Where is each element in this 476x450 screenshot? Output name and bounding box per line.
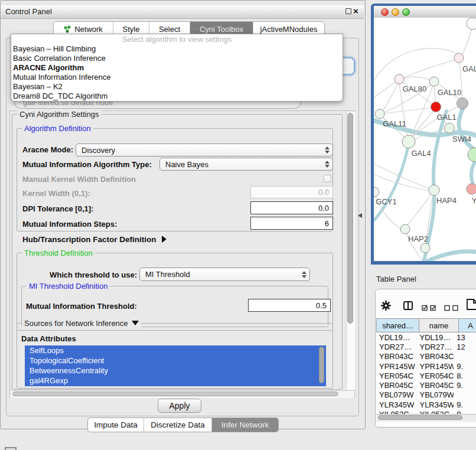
tab-discretize-data[interactable]: Discretize Data [144,418,211,432]
algorithm-option[interactable]: Dream8 DC_TDC Algorithm [11,92,343,101]
algorithm-definition-title: Algorithm Definition [22,124,93,133]
table-cell: 8. [454,371,476,380]
network-node-label: GAL11 [383,119,406,128]
dpi-tolerance-field[interactable]: 0.0 [250,201,333,214]
data-attribute-item[interactable]: BetweennessCentrality [25,366,326,376]
network-node[interactable] [457,98,468,109]
tab-label: Impute Data [94,420,138,429]
minimized-panel-icon[interactable] [5,447,17,450]
table-cell: YBR045C [376,381,416,390]
tab-impute-data[interactable]: Impute Data [88,418,144,432]
network-node-hap2[interactable] [400,224,410,234]
sources-title-text: Sources for Network Inference [24,319,128,328]
bottom-tabbar: Impute Data Discretize Data Infer Networ… [87,418,279,432]
hub-definition-expander[interactable]: Hub/Transcription Factor Definition [22,235,167,244]
table-cell: YLR345W [416,400,454,409]
network-node-hap4[interactable] [429,185,439,195]
table-cell: YDR27… [376,343,416,351]
table-cell: 9 [454,410,476,414]
manual-kernel-checkbox[interactable] [324,175,331,182]
network-node-gal80[interactable] [395,74,404,84]
threshold-definition-title: Threshold Definition [22,249,95,257]
minimize-traffic-light[interactable] [392,8,399,16]
mi-type-value: Naive Bayes [160,160,322,169]
mi-steps-field[interactable]: 6 [250,217,333,230]
table-row[interactable]: YPR145WYPR145W9. [376,361,476,371]
table-row[interactable]: YDL19…YDL19…13 [376,332,476,342]
network-canvas-svg: GALGAL80GAL10GAL1GAL11SWI4GAL4GCY1HAP4YH… [374,18,476,261]
network-node-label: HAP2 [408,234,428,243]
close-traffic-light[interactable] [381,8,389,16]
stepper-icon [299,271,309,278]
network-node[interactable] [468,148,476,162]
document-icon[interactable] [466,298,476,310]
column-header[interactable]: shared… [376,318,419,332]
network-window-titlebar[interactable] [374,6,476,18]
cyni-algorithm-settings-title: Cyni Algorithm Settings [17,110,101,119]
network-node-gal10[interactable] [429,77,439,86]
network-node-y[interactable] [467,184,476,194]
table-cell: YLR345W [376,400,416,409]
table-cell: YBL079W [416,390,454,399]
deselect-all-checkboxes-icon[interactable] [444,303,459,314]
sources-title[interactable]: Sources for Network Inference [22,319,141,328]
data-attribute-item[interactable]: SelfLoops [25,345,326,356]
mi-type-combobox[interactable]: Naive Bayes [159,158,333,171]
vertical-scrollbar-thumb[interactable] [347,113,353,324]
table-row[interactable]: YBR043CYBR043C [376,352,476,361]
table-cell: 9. [454,381,476,390]
mi-threshold-field[interactable]: 0.5 [248,299,331,312]
network-node-swi4[interactable] [445,123,455,133]
algorithm-option[interactable]: Bayesian – K2 [11,82,343,92]
algorithm-option[interactable]: ARACNE Algorithm [11,63,343,73]
aracne-mode-combobox[interactable]: Discovery [76,144,333,156]
table-row[interactable]: YBL079WYBL079W [376,390,476,400]
column-header[interactable]: name [419,318,459,332]
which-threshold-combobox[interactable]: MI Threshold [139,268,310,281]
network-node-gal4[interactable] [402,135,415,148]
column-header[interactable]: A [459,318,476,332]
table-cell: YPR145W [376,362,416,371]
tab-infer-network[interactable]: Infer Network [211,418,278,432]
mi-type-label: Mutual Information Algorithm Type: [22,160,152,169]
table-cell: 13 [454,333,476,342]
network-node-gcy1[interactable] [374,187,379,197]
table-row[interactable]: YBR045CYBR045C9. [376,380,476,390]
table-row[interactable]: YER054CYER054C8. [376,371,476,380]
kernel-width-value: 0.0 [318,188,329,197]
network-node-label: Y [472,196,476,205]
table-row[interactable]: YDR27…YDR27…12 [376,342,476,351]
horizontal-scrollbar-thumb[interactable] [12,392,338,396]
control-panel-titlebar[interactable] [1,5,364,19]
network-node[interactable] [467,18,476,30]
network-node-gal[interactable] [454,53,464,63]
maximize-traffic-light[interactable] [402,8,410,16]
dpi-tolerance-label: DPI Tolerance [0,1]: [22,204,93,213]
network-canvas[interactable]: GALGAL80GAL10GAL1GAL11SWI4GAL4GCY1HAP4YH… [374,18,476,261]
table-horizontal-scrollbar-thumb[interactable] [378,415,462,420]
network-node[interactable] [420,243,430,253]
algorithm-option[interactable]: Mutual Information Inference [11,73,343,82]
settings-gear-icon[interactable] [381,301,391,313]
apply-button[interactable]: Apply [158,399,201,413]
kernel-width-field[interactable]: 0.0 [250,186,333,198]
mi-threshold-definition-title: MI Threshold Definition [27,282,110,291]
network-node-label: GAL1 [436,113,456,122]
select-all-checkboxes-icon[interactable] [422,303,437,314]
table-cell: YER054C [416,371,454,380]
table-row[interactable]: YLR345WYLR345W9. [376,400,476,409]
float-window-icon[interactable] [345,8,351,14]
table-cell: YDR27… [416,343,454,351]
mi-steps-value: 6 [325,219,329,228]
network-node-label: GAL80 [403,84,426,93]
network-node-gal1[interactable] [431,102,441,112]
algorithm-option[interactable]: Bayesian – Hill Climbing [11,44,343,54]
table-row[interactable]: YIL052CYIL052C9 [376,409,476,414]
columns-icon[interactable] [403,301,413,313]
network-node-gal11[interactable] [375,109,384,119]
list-scrollbar-thumb[interactable] [319,347,324,383]
algorithm-option[interactable]: Basic Correlation Inference [11,54,343,63]
data-attribute-item[interactable]: gal4RGexp [25,376,326,386]
data-attribute-item[interactable]: TopologicalCoefficient [25,356,326,366]
close-icon[interactable]: × [353,6,358,17]
